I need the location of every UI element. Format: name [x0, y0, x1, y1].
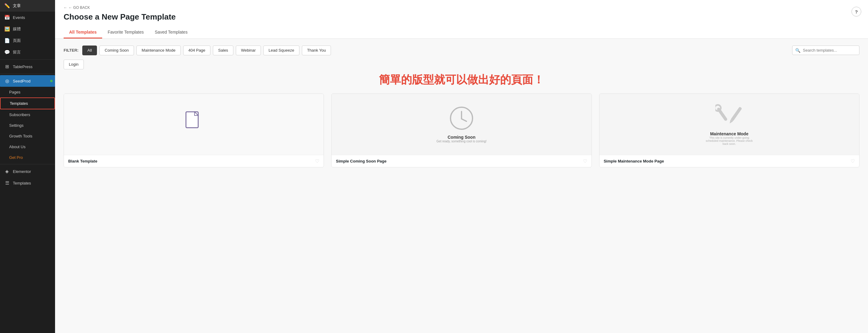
page-header: ← ← GO BACK Choose a New Page Template A… [55, 0, 868, 39]
sidebar-label-tablepress: TablePress [13, 64, 32, 69]
template-footer-maintenance: Simple Maintenance Mode Page ♡ [599, 155, 859, 167]
favorite-icon-blank[interactable]: ♡ [315, 158, 319, 164]
template-card-blank[interactable]: Blank Template ♡ [64, 94, 324, 167]
seedprod-icon: ◎ [4, 78, 10, 84]
sidebar-item-pages[interactable]: 📄 頁面 [0, 35, 55, 46]
sidebar: ✏️ 文章 📅 Events 🖼️ 媒體 📄 頁面 💬 留言 ⊞ TablePr… [0, 0, 55, 333]
sidebar-item-subscribers[interactable]: Subscribers [0, 109, 55, 120]
main-content: ← ← GO BACK Choose a New Page Template A… [55, 0, 868, 333]
filter-btn-login[interactable]: Login [64, 60, 84, 69]
tab-saved-templates[interactable]: Saved Templates [149, 27, 193, 38]
tabs-bar: All Templates Favorite Templates Saved T… [64, 27, 860, 38]
divider-3 [0, 164, 55, 164]
sidebar-label-about-us: About Us [9, 144, 25, 149]
posts-icon: ✏️ [4, 3, 10, 8]
content-area: FILTER: All Coming Soon Maintenance Mode… [55, 39, 868, 333]
sidebar-item-tablepress[interactable]: ⊞ TablePress [0, 61, 55, 72]
sidebar-item-pages-sub[interactable]: Pages [0, 87, 55, 97]
pages-icon: 📄 [4, 38, 10, 43]
help-button[interactable]: ? [851, 7, 861, 16]
active-indicator [50, 80, 53, 82]
search-container: 🔍 [792, 45, 860, 55]
elementor-icon: ◈ [4, 169, 10, 174]
sidebar-label-get-pro: Get Pro [9, 155, 23, 160]
filter-bar: FILTER: All Coming Soon Maintenance Mode… [64, 45, 860, 55]
template-name-coming-soon: Simple Coming Soon Page [336, 159, 386, 163]
sidebar-label-comments: 留言 [13, 49, 21, 55]
tab-all-templates[interactable]: All Templates [64, 27, 102, 38]
preview-title-maintenance: Maintenance Mode [705, 131, 754, 136]
sidebar-item-events[interactable]: 📅 Events [0, 11, 55, 23]
back-link-label: ← GO BACK [68, 5, 90, 10]
back-arrow-icon: ← [64, 5, 67, 10]
coming-soon-preview-content: Coming Soon Get ready, something cool is… [436, 106, 487, 143]
blank-document-icon [185, 111, 203, 137]
filter-btn-webinar[interactable]: Webinar [236, 45, 261, 55]
divider-2 [0, 74, 55, 74]
template-card-maintenance[interactable]: Maintenance Mode This site is currently … [599, 94, 860, 167]
page-title: Choose a New Page Template [64, 12, 860, 22]
filter-btn-all[interactable]: All [82, 45, 97, 55]
sidebar-label-elementor: Elementor [13, 169, 31, 174]
svg-rect-6 [731, 107, 742, 121]
preview-sub-maintenance: This site is currently under-going sched… [705, 136, 754, 145]
search-wrapper: 🔍 [792, 45, 860, 55]
tab-favorite-templates[interactable]: Favorite Templates [102, 27, 149, 38]
media-icon: 🖼️ [4, 26, 10, 32]
filter-label: FILTER: [64, 45, 79, 55]
sidebar-label-subscribers: Subscribers [9, 112, 30, 117]
back-link[interactable]: ← ← GO BACK [64, 5, 860, 10]
sidebar-item-templates-sub[interactable]: Templates [0, 97, 55, 109]
maintenance-text: Maintenance Mode This site is currently … [705, 131, 754, 145]
templates-icon: ☰ [4, 180, 10, 186]
search-icon: 🔍 [795, 48, 800, 53]
sidebar-item-comments[interactable]: 💬 留言 [0, 46, 55, 58]
sidebar-label-growth-tools: Growth Tools [9, 134, 32, 138]
template-name-blank: Blank Template [68, 159, 97, 163]
sidebar-item-posts[interactable]: ✏️ 文章 [0, 0, 55, 11]
sidebar-item-media[interactable]: 🖼️ 媒體 [0, 23, 55, 35]
sidebar-label-posts: 文章 [13, 3, 21, 8]
filter-btn-coming-soon[interactable]: Coming Soon [99, 45, 134, 55]
sidebar-label-pages-sub: Pages [9, 90, 21, 94]
filter-btn-sales[interactable]: Sales [213, 45, 234, 55]
favorite-icon-maintenance[interactable]: ♡ [850, 158, 855, 164]
comments-icon: 💬 [4, 49, 10, 55]
filter-btn-lead-squeeze[interactable]: Lead Squeeze [264, 45, 300, 55]
events-icon: 📅 [4, 15, 10, 20]
template-footer-coming-soon: Simple Coming Soon Page ♡ [332, 155, 591, 167]
maintenance-preview-content: Maintenance Mode This site is currently … [705, 103, 754, 145]
sidebar-item-get-pro[interactable]: Get Pro [0, 152, 55, 163]
sidebar-item-about-us[interactable]: About Us [0, 141, 55, 152]
template-preview-maintenance: Maintenance Mode This site is currently … [599, 94, 859, 155]
template-card-coming-soon[interactable]: Coming Soon Get ready, something cool is… [331, 94, 591, 167]
coming-soon-text: Coming Soon Get ready, something cool is… [436, 135, 487, 143]
sidebar-item-elementor[interactable]: ◈ Elementor [0, 166, 55, 177]
sidebar-label-seedprod: SeedProd [13, 79, 31, 84]
sidebar-label-templates-sub: Templates [10, 101, 28, 106]
template-footer-blank: Blank Template ♡ [64, 155, 323, 167]
divider-1 [0, 59, 55, 60]
sidebar-item-seedprod[interactable]: ◎ SeedProd [0, 75, 55, 87]
sidebar-label-settings: Settings [9, 123, 24, 128]
filter-btn-404[interactable]: 404 Page [183, 45, 211, 55]
sidebar-item-growth-tools[interactable]: Growth Tools [0, 131, 55, 141]
sidebar-item-settings[interactable]: Settings [0, 120, 55, 131]
template-grid: Blank Template ♡ Coming Soon [64, 94, 860, 167]
template-name-maintenance: Simple Maintenance Mode Page [604, 159, 664, 163]
announcement-banner: 簡單的版型就可以做出好的頁面！ [64, 72, 860, 87]
filter-btn-maintenance[interactable]: Maintenance Mode [136, 45, 181, 55]
search-input[interactable] [792, 45, 860, 55]
template-preview-coming-soon: Coming Soon Get ready, something cool is… [332, 94, 591, 155]
svg-rect-4 [717, 107, 728, 122]
wrench-screwdriver-icon [715, 103, 743, 128]
sidebar-label-events: Events [13, 15, 25, 20]
sidebar-item-templates-main[interactable]: ☰ Templates [0, 177, 55, 189]
template-preview-blank [64, 94, 323, 155]
clock-icon [449, 106, 474, 130]
tablepress-icon: ⊞ [4, 64, 10, 69]
preview-title-coming-soon: Coming Soon [436, 135, 487, 140]
filter-btn-thank-you[interactable]: Thank You [302, 45, 331, 55]
svg-line-3 [462, 119, 466, 121]
favorite-icon-coming-soon[interactable]: ♡ [583, 158, 587, 164]
